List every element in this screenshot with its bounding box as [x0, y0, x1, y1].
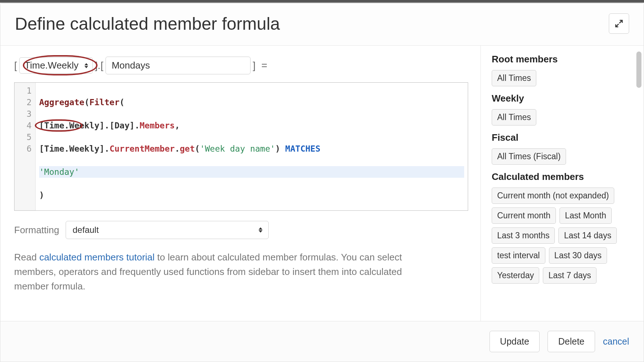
scrollbar-thumb[interactable]: [636, 52, 641, 88]
sidebar-heading: Fiscal: [492, 132, 633, 143]
member-tag[interactable]: Last Month: [560, 207, 612, 224]
line-number: 5: [20, 131, 32, 143]
line-number: 6: [20, 143, 32, 155]
sidebar-heading: Root members: [492, 54, 633, 65]
bracket-mid: ].[: [95, 60, 103, 71]
sidebar-tag-row: All Times: [492, 109, 633, 126]
formatting-select[interactable]: default: [66, 221, 269, 239]
dimension-select[interactable]: Time.Weekly: [19, 57, 93, 74]
definition-line: [ Time.Weekly ].[ ] =: [14, 57, 468, 74]
tok: .: [104, 121, 110, 130]
member-name-input[interactable]: [106, 57, 251, 74]
bracket-open: [: [14, 60, 17, 71]
update-button[interactable]: Update: [490, 331, 540, 352]
member-tag[interactable]: Last 14 days: [558, 227, 616, 244]
tok: [Day]: [110, 121, 135, 130]
formula-editor[interactable]: 1 2 3 4 5 6 Aggregate(Filter( [Time.Week…: [14, 82, 468, 211]
tok: ,: [175, 121, 180, 130]
tok: [Time.Weekly]: [39, 144, 104, 153]
tok: [280, 144, 285, 153]
select-chevron-icon: [259, 227, 263, 233]
tok: (: [120, 98, 125, 107]
expand-dialog-button[interactable]: [609, 13, 629, 34]
window-top-stripe: [0, 0, 644, 3]
line-number: 1: [20, 85, 32, 96]
dialog-title: Define calculated member formula: [15, 14, 280, 34]
member-tag[interactable]: Current month: [492, 207, 556, 224]
line-number: 4: [20, 120, 32, 131]
member-tag[interactable]: Yesterday: [492, 267, 539, 284]
tok: (: [195, 144, 200, 153]
tok: .: [104, 144, 110, 153]
sidebar-tag-row: All Times: [492, 70, 633, 86]
dialog-body: [ Time.Weekly ].[ ] = 1 2 3: [0, 46, 644, 321]
member-tag[interactable]: test interval: [492, 247, 545, 264]
tok: (: [84, 98, 90, 107]
sidebar-tag-row: All Times (Fiscal): [492, 148, 633, 165]
editor-gutter: 1 2 3 4 5 6: [15, 83, 36, 210]
tok: Aggregate: [39, 98, 84, 107]
member-tag[interactable]: All Times: [492, 70, 536, 86]
tok: MATCHES: [285, 144, 321, 153]
tok: .: [175, 144, 180, 153]
sidebar-heading: Calculated members: [492, 171, 633, 182]
member-tag[interactable]: All Times (Fiscal): [492, 148, 566, 165]
member-tag[interactable]: Last 7 days: [543, 267, 596, 284]
line-number: 2: [20, 96, 32, 108]
formatting-value: default: [73, 225, 99, 235]
member-tag[interactable]: Current month (not expanded): [492, 188, 614, 204]
tok: Members: [140, 121, 175, 130]
delete-button[interactable]: Delete: [548, 331, 595, 352]
dialog-footer: Update Delete cancel: [0, 321, 644, 362]
select-chevron-icon: [84, 63, 88, 68]
equals-sign: =: [261, 60, 267, 71]
tok: get: [180, 144, 195, 153]
tok: Filter: [89, 98, 119, 107]
main-column: [ Time.Weekly ].[ ] = 1 2 3: [0, 46, 480, 321]
calculated-member-dialog: Define calculated member formula [ Time.…: [0, 3, 644, 362]
editor-content[interactable]: Aggregate(Filter( [Time.Weekly].[Day].Me…: [36, 83, 468, 210]
line-number: 3: [20, 108, 32, 120]
tok: .: [135, 121, 140, 130]
formatting-row: Formatting default: [14, 221, 468, 239]
bracket-close: ]: [253, 60, 256, 71]
formatting-label: Formatting: [14, 225, 59, 236]
sidebar-tag-row: Current month (not expanded)Current mont…: [492, 188, 633, 284]
tok: ): [275, 144, 280, 153]
tok: 'Week day name': [200, 144, 275, 153]
member-tag[interactable]: Last 30 days: [549, 247, 607, 264]
member-tag[interactable]: Last 3 months: [492, 227, 555, 244]
expand-icon: [615, 19, 623, 28]
tok: CurrentMember: [110, 144, 175, 153]
cancel-link[interactable]: cancel: [603, 336, 629, 347]
tok: [Time.Weekly]: [39, 121, 104, 130]
help-pre: Read: [14, 252, 39, 263]
sidebar: Root membersAll TimesWeeklyAll TimesFisc…: [480, 46, 644, 321]
tok: 'Monday': [39, 167, 79, 177]
dialog-header: Define calculated member formula: [0, 3, 644, 46]
member-tag[interactable]: All Times: [492, 109, 536, 126]
sidebar-heading: Weekly: [492, 93, 633, 104]
help-text: Read calculated members tutorial to lear…: [14, 250, 435, 293]
tok: ): [39, 190, 44, 200]
tutorial-link[interactable]: calculated members tutorial: [39, 252, 154, 263]
dimension-select-value: Time.Weekly: [25, 60, 79, 71]
